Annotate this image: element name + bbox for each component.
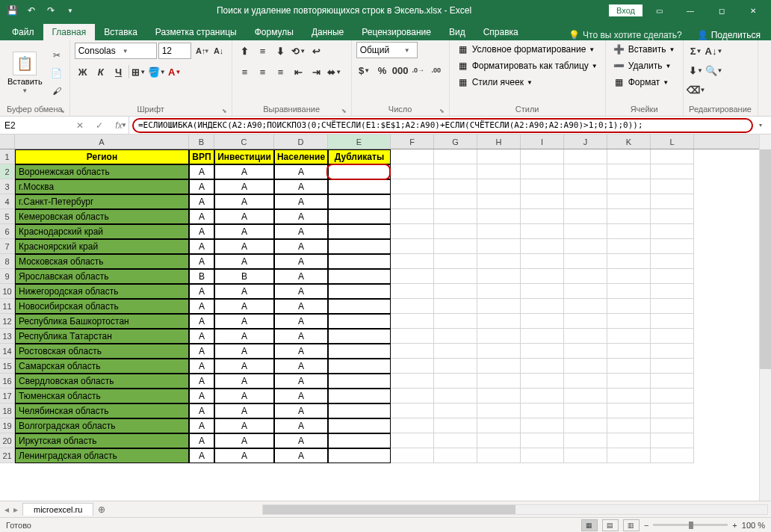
cell[interactable] [607, 239, 651, 254]
cell[interactable] [651, 209, 694, 224]
zoom-in-icon[interactable]: + [732, 521, 737, 530]
cell[interactable] [607, 284, 651, 299]
cell[interactable] [391, 149, 434, 164]
tab-view[interactable]: Вид [440, 24, 474, 40]
cell[interactable] [521, 403, 564, 418]
cell[interactable] [607, 359, 651, 374]
row-header[interactable]: 10 [0, 284, 15, 299]
vertical-scrollbar[interactable] [759, 134, 771, 501]
row-header[interactable]: 2 [0, 164, 15, 179]
cell[interactable] [434, 344, 477, 359]
cell[interactable] [477, 254, 521, 269]
data-cell[interactable] [328, 344, 391, 359]
data-cell[interactable] [328, 314, 391, 329]
align-left-icon[interactable]: ≡ [237, 64, 253, 79]
data-cell[interactable]: А [189, 329, 214, 344]
underline-button[interactable]: Ч [111, 64, 127, 79]
table-header-cell[interactable]: Инвестиции [214, 149, 274, 164]
data-cell[interactable] [328, 329, 391, 344]
region-cell[interactable]: Республика Башкортостан [15, 314, 189, 329]
zoom-level[interactable]: 100 % [742, 521, 765, 530]
data-cell[interactable]: А [274, 344, 328, 359]
cell[interactable] [651, 418, 694, 433]
undo-icon[interactable]: ↶ [22, 1, 40, 19]
cell[interactable] [607, 389, 651, 403]
data-cell[interactable] [328, 194, 391, 209]
data-cell[interactable]: А [214, 344, 274, 359]
cell[interactable] [434, 194, 477, 209]
data-cell[interactable]: А [274, 164, 328, 179]
save-icon[interactable]: 💾 [3, 1, 21, 19]
horizontal-scrollbar[interactable] [110, 504, 771, 515]
normal-view-icon[interactable]: ▦ [581, 519, 598, 531]
row-header[interactable]: 11 [0, 299, 15, 314]
cell[interactable] [564, 299, 607, 314]
cell[interactable] [651, 254, 694, 269]
cell[interactable] [521, 418, 564, 433]
sheet-nav-last-icon[interactable]: ▸ [13, 504, 18, 515]
cell[interactable] [651, 164, 694, 179]
data-cell[interactable]: А [214, 448, 274, 463]
cell[interactable] [477, 179, 521, 194]
cell[interactable] [607, 269, 651, 284]
cell[interactable] [477, 359, 521, 374]
cancel-formula-icon[interactable]: ✕ [70, 117, 90, 134]
data-cell[interactable]: А [214, 433, 274, 448]
data-cell[interactable]: А [214, 389, 274, 403]
tab-data[interactable]: Данные [303, 24, 353, 40]
cell[interactable] [477, 374, 521, 389]
row-header[interactable]: 9 [0, 269, 15, 284]
cell[interactable] [477, 433, 521, 448]
row-header[interactable]: 1 [0, 149, 15, 164]
cell[interactable] [477, 314, 521, 329]
data-cell[interactable]: А [274, 448, 328, 463]
login-button[interactable]: Вход [609, 4, 642, 16]
cell[interactable] [434, 254, 477, 269]
tell-me-search[interactable]: 💡 Что вы хотите сделать? [561, 30, 690, 40]
cell[interactable] [564, 374, 607, 389]
cell[interactable] [477, 389, 521, 403]
cell[interactable] [607, 209, 651, 224]
tab-layout[interactable]: Разметка страницы [146, 24, 246, 40]
cell[interactable] [521, 389, 564, 403]
data-cell[interactable]: А [274, 224, 328, 239]
row-header[interactable]: 7 [0, 239, 15, 254]
delete-cells-button[interactable]: ➖Удалить▼ [610, 58, 678, 73]
data-cell[interactable] [328, 224, 391, 239]
autosum-icon[interactable]: Σ▼ [688, 43, 705, 58]
data-cell[interactable]: А [214, 194, 274, 209]
clear-icon[interactable]: ⌫▼ [688, 82, 705, 97]
cell[interactable] [521, 374, 564, 389]
region-cell[interactable]: Московская область [15, 254, 189, 269]
cell[interactable] [564, 314, 607, 329]
region-cell[interactable]: г.Москва [15, 179, 189, 194]
format-painter-icon[interactable]: 🖌 [49, 83, 65, 99]
close-icon[interactable]: ✕ [738, 0, 768, 21]
cell[interactable] [651, 149, 694, 164]
cell[interactable] [521, 209, 564, 224]
row-header[interactable]: 12 [0, 314, 15, 329]
bold-button[interactable]: Ж [75, 64, 91, 79]
insert-cells-button[interactable]: ➕Вставить▼ [610, 42, 678, 57]
cell[interactable] [434, 224, 477, 239]
cell[interactable] [651, 179, 694, 194]
cell[interactable] [434, 374, 477, 389]
cell[interactable] [477, 164, 521, 179]
font-size-combo[interactable]: 12▼ [158, 43, 191, 59]
cell[interactable] [391, 269, 434, 284]
cell[interactable] [521, 194, 564, 209]
data-cell[interactable]: А [214, 418, 274, 433]
column-header[interactable]: I [521, 134, 564, 149]
column-header[interactable]: C [214, 134, 274, 149]
page-layout-view-icon[interactable]: ▤ [602, 519, 619, 531]
italic-button[interactable]: К [93, 64, 109, 79]
data-cell[interactable]: А [214, 359, 274, 374]
cell[interactable] [564, 149, 607, 164]
cell[interactable] [651, 389, 694, 403]
minimize-icon[interactable]: ― [675, 0, 705, 21]
font-name-combo[interactable]: Consolas▼ [75, 43, 157, 59]
cell[interactable] [521, 164, 564, 179]
cell[interactable] [477, 239, 521, 254]
data-cell[interactable]: А [274, 403, 328, 418]
increase-font-icon[interactable]: A↑ [193, 43, 209, 58]
